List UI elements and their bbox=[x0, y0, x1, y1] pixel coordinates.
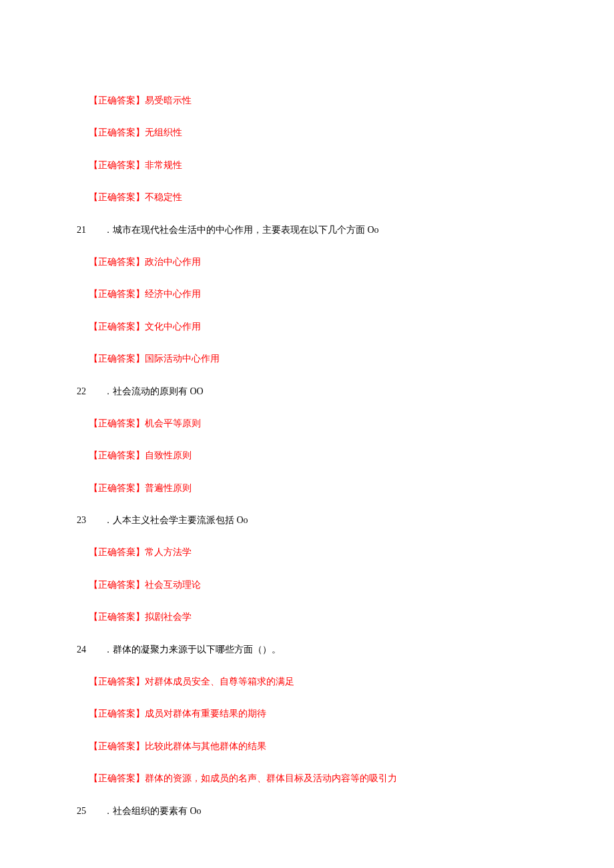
answer-label: 【正确答案】 bbox=[89, 483, 145, 493]
answer-line: 【正确答案】无组织性 bbox=[77, 125, 537, 140]
answer-label: 【正确答案】 bbox=[89, 160, 145, 170]
document-content: 【正确答案】易受暗示性【正确答案】无组织性【正确答案】非常规性【正确答案】不稳定… bbox=[77, 93, 537, 819]
question-line: 24 ．群体的凝聚力来源于以下哪些方面（）。 bbox=[77, 642, 537, 657]
answer-text: 对群体成员安全、自尊等箱求的满足 bbox=[145, 677, 294, 687]
answer-line: 【正确答案】群体的资源，如成员的名声、群体目标及活动内容等的吸引力 bbox=[77, 771, 537, 786]
question-text: ．社会组织的要素有 Oo bbox=[94, 806, 202, 816]
answer-label: 【正确答案】 bbox=[89, 95, 145, 105]
question-text: ．城市在现代社会生活中的中心作用，主要表现在以下几个方面 Oo bbox=[94, 225, 379, 235]
answer-label: 【正确答案】 bbox=[89, 418, 145, 428]
answer-line: 【正确答案】比较此群体与其他群体的结果 bbox=[77, 739, 537, 754]
answer-text: 经济中心作用 bbox=[145, 289, 201, 299]
answer-label: 【正确答案】 bbox=[89, 580, 145, 590]
answer-line: 【正确答案】经济中心作用 bbox=[77, 287, 537, 302]
answer-line: 【正确答案】对群体成员安全、自尊等箱求的满足 bbox=[77, 675, 537, 689]
question-line: 22 ．社会流动的原则有 OO bbox=[77, 384, 537, 399]
answer-text: 国际活动中心作用 bbox=[145, 354, 220, 364]
answer-line: 【正确答案】国际活动中心作用 bbox=[77, 352, 537, 366]
answer-line: 【正确答案】文化中心作用 bbox=[77, 320, 537, 334]
answer-label: 【正确答案】 bbox=[89, 257, 145, 267]
answer-label: 【正确答案】 bbox=[89, 192, 145, 202]
question-text: ．社会流动的原则有 OO bbox=[94, 386, 204, 396]
answer-text: 常人方法学 bbox=[145, 547, 192, 557]
answer-line: 【正确答案】非常规性 bbox=[77, 158, 537, 173]
question-line: 25 ．社会组织的要素有 Oo bbox=[77, 804, 537, 819]
answer-text: 政治中心作用 bbox=[145, 257, 201, 267]
answer-line: 【正确答案】机会平等原则 bbox=[77, 416, 537, 431]
answer-text: 文化中心作用 bbox=[145, 322, 201, 332]
question-line: 21 ．城市在现代社会生活中的中心作用，主要表现在以下几个方面 Oo bbox=[77, 223, 537, 238]
answer-text: 拟剧社会学 bbox=[145, 612, 192, 622]
answer-text: 社会互动理论 bbox=[145, 580, 201, 590]
question-number: 22 bbox=[77, 384, 94, 399]
answer-label: 【正确答案】 bbox=[89, 773, 145, 783]
answer-text: 比较此群体与其他群体的结果 bbox=[145, 741, 266, 751]
answer-label: 【正确答案】 bbox=[89, 741, 145, 751]
question-number: 23 bbox=[77, 513, 94, 528]
answer-line: 【正确答案】不稳定性 bbox=[77, 190, 537, 205]
answer-label: 【正确答案】 bbox=[89, 677, 145, 687]
answer-label: 【正确答案】 bbox=[89, 289, 145, 299]
question-line: 23 ．人本主义社会学主要流派包括 Oo bbox=[77, 513, 537, 528]
answer-line: 【正确答案】社会互动理论 bbox=[77, 578, 537, 592]
answer-text: 自致性原则 bbox=[145, 450, 192, 460]
answer-text: 不稳定性 bbox=[145, 192, 182, 202]
answer-label: 【正确答案】 bbox=[89, 612, 145, 622]
question-text: ．群体的凝聚力来源于以下哪些方面（）。 bbox=[94, 644, 281, 655]
question-number: 25 bbox=[77, 804, 94, 819]
answer-line: 【正确答案】易受暗示性 bbox=[77, 93, 537, 108]
answer-line: 【正确答案】成员对群体有重要结果的期待 bbox=[77, 707, 537, 721]
answer-label: 【正确答棄】 bbox=[89, 547, 145, 557]
answer-label: 【正确答案】 bbox=[89, 709, 145, 719]
answer-text: 无组织性 bbox=[145, 127, 182, 137]
answer-label: 【正确答案】 bbox=[89, 450, 145, 460]
question-number: 21 bbox=[77, 223, 94, 238]
answer-line: 【正确答棄】常人方法学 bbox=[77, 545, 537, 560]
answer-text: 群体的资源，如成员的名声、群体目标及活动内容等的吸引力 bbox=[145, 773, 397, 783]
answer-text: 机会平等原则 bbox=[145, 418, 201, 428]
answer-line: 【正确答案】自致性原则 bbox=[77, 448, 537, 463]
question-number: 24 bbox=[77, 642, 94, 657]
answer-text: 非常规性 bbox=[145, 160, 182, 170]
answer-line: 【正确答案】政治中心作用 bbox=[77, 255, 537, 270]
answer-line: 【正确答案】普遍性原则 bbox=[77, 481, 537, 496]
answer-text: 成员对群体有重要结果的期待 bbox=[145, 709, 266, 719]
answer-line: 【正确答案】拟剧社会学 bbox=[77, 610, 537, 624]
answer-label: 【正确答案】 bbox=[89, 127, 145, 137]
answer-text: 普遍性原则 bbox=[145, 483, 192, 493]
answer-label: 【正确答案】 bbox=[89, 322, 145, 332]
answer-label: 【正确答案】 bbox=[89, 354, 145, 364]
question-text: ．人本主义社会学主要流派包括 Oo bbox=[94, 515, 248, 525]
answer-text: 易受暗示性 bbox=[145, 95, 192, 105]
